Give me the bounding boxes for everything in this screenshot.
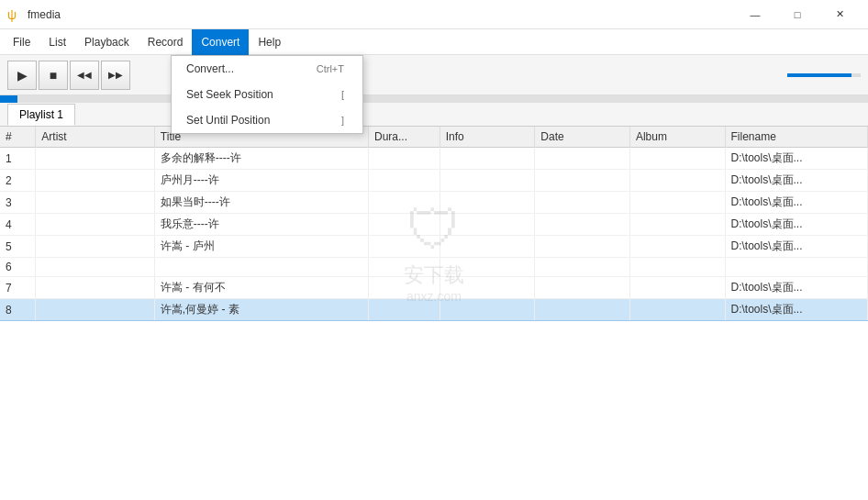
col-header-album[interactable]: Album xyxy=(629,127,725,148)
cell-artist xyxy=(36,192,155,214)
cell-filename: D:\tools\桌面... xyxy=(725,148,867,170)
dropdown-convert[interactable]: Convert... Ctrl+T xyxy=(172,56,362,82)
cell-num: 6 xyxy=(0,258,36,277)
menu-record[interactable]: Record xyxy=(139,29,193,55)
volume-area xyxy=(787,73,861,77)
prev-button[interactable]: ◀◀ xyxy=(70,61,99,90)
table-row[interactable]: 5许嵩 - 庐州D:\tools\桌面... xyxy=(0,236,868,258)
cell-duration xyxy=(368,148,440,170)
cell-title: 如果当时----许 xyxy=(154,192,368,214)
playlist-tabs: Playlist 1 xyxy=(0,103,868,127)
cell-album xyxy=(629,214,725,236)
dropdown-until-label: Set Until Position xyxy=(186,114,270,127)
cell-duration xyxy=(368,258,440,277)
cell-album xyxy=(629,258,725,277)
dropdown-seek[interactable]: Set Seek Position [ xyxy=(172,82,362,107)
menu-list[interactable]: List xyxy=(39,29,75,55)
progress-bar[interactable] xyxy=(0,95,868,103)
cell-info xyxy=(440,192,535,214)
dropdown-until[interactable]: Set Until Position ] xyxy=(172,107,362,133)
menu-file[interactable]: File xyxy=(4,29,39,55)
cell-filename: D:\tools\桌面... xyxy=(725,299,867,321)
table-row[interactable]: 7许嵩 - 有何不D:\tools\桌面... xyxy=(0,277,868,299)
volume-fill xyxy=(787,73,851,77)
col-header-artist[interactable]: Artist xyxy=(36,127,155,148)
cell-num: 7 xyxy=(0,277,36,299)
cell-filename: D:\tools\桌面... xyxy=(725,214,867,236)
cell-album xyxy=(629,148,725,170)
cell-filename xyxy=(725,258,867,277)
table-header: # Artist Title Dura... Info Date Album F… xyxy=(0,127,868,148)
cell-title: 庐州月----许 xyxy=(154,170,368,192)
cell-artist xyxy=(36,214,155,236)
dropdown-seek-label: Set Seek Position xyxy=(186,88,273,101)
title-left: ψ fmedia xyxy=(7,7,61,22)
cell-duration xyxy=(368,299,440,321)
title-text: fmedia xyxy=(28,8,61,21)
cell-title: 多余的解释----许 xyxy=(154,148,368,170)
cell-album xyxy=(629,236,725,258)
cell-title: 许嵩 - 有何不 xyxy=(154,277,368,299)
cell-info xyxy=(440,299,535,321)
dropdown-until-shortcut: ] xyxy=(341,115,344,126)
table-container[interactable]: # Artist Title Dura... Info Date Album F… xyxy=(0,127,868,500)
convert-dropdown: Convert... Ctrl+T Set Seek Position [ Se… xyxy=(171,55,363,134)
cell-duration xyxy=(368,192,440,214)
cell-info xyxy=(440,236,535,258)
table-row[interactable]: 1多余的解释----许D:\tools\桌面... xyxy=(0,148,868,170)
close-button[interactable]: ✕ xyxy=(818,0,861,29)
cell-date xyxy=(535,192,630,214)
cell-filename: D:\tools\桌面... xyxy=(725,277,867,299)
cell-info xyxy=(440,214,535,236)
table-row[interactable]: 6 xyxy=(0,258,868,277)
playlist-body: 1多余的解释----许D:\tools\桌面...2庐州月----许D:\too… xyxy=(0,148,868,321)
menu-help[interactable]: Help xyxy=(249,29,290,55)
cell-num: 2 xyxy=(0,170,36,192)
title-controls: — □ ✕ xyxy=(734,0,861,29)
stop-button[interactable]: ■ xyxy=(39,61,68,90)
col-header-info[interactable]: Info xyxy=(440,127,535,148)
cell-title xyxy=(154,258,368,277)
cell-date xyxy=(535,236,630,258)
cell-album xyxy=(629,170,725,192)
cell-num: 3 xyxy=(0,192,36,214)
play-button[interactable]: ▶ xyxy=(7,61,37,90)
cell-artist xyxy=(36,299,155,321)
title-bar: ψ fmedia — □ ✕ xyxy=(0,0,868,29)
app-icon: ψ xyxy=(7,7,22,22)
cell-num: 4 xyxy=(0,214,36,236)
toolbar: ▶ ■ ◀◀ ▶▶ xyxy=(0,55,868,95)
menu-convert[interactable]: Convert xyxy=(192,29,249,55)
cell-duration xyxy=(368,236,440,258)
cell-info xyxy=(440,277,535,299)
cell-duration xyxy=(368,170,440,192)
dropdown-convert-shortcut: Ctrl+T xyxy=(317,63,344,74)
volume-slider[interactable] xyxy=(787,73,861,77)
cell-duration xyxy=(368,214,440,236)
col-header-filename[interactable]: Filename xyxy=(725,127,867,148)
cell-num: 1 xyxy=(0,148,36,170)
cell-album xyxy=(629,277,725,299)
col-header-num[interactable]: # xyxy=(0,127,36,148)
menu-playback[interactable]: Playback xyxy=(75,29,139,55)
playlist-table: # Artist Title Dura... Info Date Album F… xyxy=(0,127,868,321)
cell-filename: D:\tools\桌面... xyxy=(725,192,867,214)
cell-info xyxy=(440,148,535,170)
col-header-duration[interactable]: Dura... xyxy=(368,127,440,148)
cell-artist xyxy=(36,258,155,277)
table-row[interactable]: 3如果当时----许D:\tools\桌面... xyxy=(0,192,868,214)
maximize-button[interactable]: □ xyxy=(776,0,818,29)
cell-filename: D:\tools\桌面... xyxy=(725,236,867,258)
minimize-button[interactable]: — xyxy=(734,0,776,29)
cell-date xyxy=(535,214,630,236)
cell-date xyxy=(535,277,630,299)
cell-info xyxy=(440,170,535,192)
col-header-date[interactable]: Date xyxy=(535,127,630,148)
table-row[interactable]: 2庐州月----许D:\tools\桌面... xyxy=(0,170,868,192)
table-row[interactable]: 8许嵩,何曼婷 - 素D:\tools\桌面... xyxy=(0,299,868,321)
next-button[interactable]: ▶▶ xyxy=(101,61,130,90)
playlist-tab-1[interactable]: Playlist 1 xyxy=(7,104,75,126)
progress-fill xyxy=(0,95,17,103)
cell-title: 许嵩 - 庐州 xyxy=(154,236,368,258)
table-row[interactable]: 4我乐意----许D:\tools\桌面... xyxy=(0,214,868,236)
